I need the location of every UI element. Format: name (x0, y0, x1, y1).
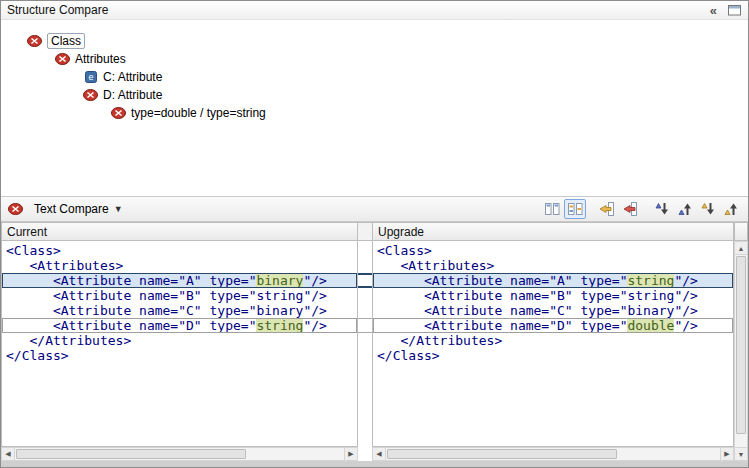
code-line[interactable]: <Attribute name="C" type="binary"/> (373, 303, 733, 318)
code-text: "/> (303, 318, 326, 333)
diff-connector (358, 318, 372, 333)
code-line[interactable]: </Attributes> (373, 333, 733, 348)
left-code-pane[interactable]: <Class> <Attributes> <Attribute name="A"… (1, 241, 358, 447)
structure-compare-header: Structure Compare « (1, 1, 748, 20)
two-way-compare-button[interactable] (541, 199, 563, 219)
left-pane-header: Current (1, 222, 358, 241)
code-line[interactable]: </Class> (373, 348, 733, 363)
code-line[interactable]: <Attribute name="C" type="binary"/> (2, 303, 357, 318)
code-text: </Class> (6, 348, 69, 363)
tree-item-label: C: Attribute (103, 70, 162, 84)
code-text: </Attributes> (6, 333, 131, 348)
scroll-up-icon[interactable]: ▲ (735, 242, 747, 255)
diff-icon (26, 35, 43, 47)
code-text: <Attribute name="D" type=" (6, 318, 256, 333)
attribute-icon: e (82, 71, 99, 83)
code-text: </Class> (377, 348, 440, 363)
text-compare-title[interactable]: Text Compare (34, 202, 109, 216)
left-horizontal-scrollbar[interactable]: ◀ ▶ (1, 447, 358, 461)
tree-item[interactable]: Attributes (1, 50, 748, 68)
vertical-scroll-thumb[interactable] (736, 256, 746, 434)
changed-value: string (627, 273, 674, 288)
right-pane-header: Upgrade (372, 222, 734, 241)
dropdown-caret-icon[interactable]: ▼ (114, 204, 123, 214)
scroll-down-icon[interactable]: ▼ (735, 447, 747, 460)
tree-item-label: Attributes (75, 52, 126, 66)
compare-toolbar (540, 199, 742, 219)
next-change-button[interactable] (697, 199, 719, 219)
code-line[interactable]: <Attributes> (2, 258, 357, 273)
diff-icon (82, 89, 99, 101)
code-text: <Attribute name="C" type="binary"/> (6, 303, 327, 318)
diff-icon (7, 203, 24, 215)
scroll-left-icon[interactable]: ◀ (373, 448, 386, 460)
previous-change-button[interactable] (720, 199, 742, 219)
previous-difference-icon (677, 201, 693, 217)
tree-item[interactable]: Class (1, 32, 748, 50)
code-text: <Class> (6, 243, 61, 258)
tree-item[interactable]: type=double / type=string (1, 104, 748, 122)
next-difference-button[interactable] (651, 199, 673, 219)
show-ancestor-pane-button[interactable] (564, 199, 586, 219)
tree-item[interactable]: D: Attribute (1, 86, 748, 104)
diff-icon (54, 53, 71, 65)
diff-line[interactable]: <Attribute name="D" type="double"/> (373, 318, 733, 333)
code-text: <Attribute name="B" type="string"/> (6, 288, 327, 303)
window-bottom-edge (1, 461, 748, 467)
diff-connectors (358, 241, 372, 447)
maximize-icon (727, 3, 742, 17)
next-change-icon (700, 201, 716, 217)
code-line[interactable]: <Attribute name="B" type="string"/> (373, 288, 733, 303)
copy-current-right-to-left-button[interactable] (619, 199, 641, 219)
code-line[interactable]: <Class> (373, 243, 733, 258)
two-way-compare-icon (544, 201, 560, 217)
diff-connector-selected (358, 273, 372, 288)
code-text: <Attribute name="A" type=" (377, 273, 627, 288)
vertical-scrollbar[interactable]: ▲ ▼ (734, 241, 748, 461)
show-ancestor-pane-icon (567, 201, 583, 217)
selected-diff-line[interactable]: <Attribute name="A" type="string"/> (373, 273, 733, 288)
code-text: "/> (674, 273, 697, 288)
previous-difference-button[interactable] (674, 199, 696, 219)
collapse-chevrons-icon[interactable]: « (710, 4, 717, 17)
maximize-pane-button[interactable] (727, 3, 742, 17)
changed-value: binary (256, 273, 303, 288)
structure-tree: ClassAttributeseC: AttributeD: Attribute… (1, 20, 748, 196)
right-code-pane[interactable]: <Class> <Attributes> <Attribute name="A"… (372, 241, 734, 447)
text-compare-header: Text Compare ▼ (1, 196, 748, 222)
svg-text:e: e (88, 72, 93, 82)
tree-item-label: Class (47, 33, 85, 49)
code-text: <Attributes> (377, 258, 494, 273)
next-difference-icon (654, 201, 670, 217)
left-horizontal-scroll-thumb[interactable] (16, 449, 246, 459)
code-text: <Class> (377, 243, 432, 258)
code-line[interactable]: <Class> (2, 243, 357, 258)
tree-item[interactable]: eC: Attribute (1, 68, 748, 86)
code-line[interactable]: <Attributes> (373, 258, 733, 273)
copy-current-right-to-left-icon (622, 201, 638, 217)
copy-all-right-to-left-icon (599, 201, 615, 217)
code-text: <Attributes> (6, 258, 123, 273)
copy-all-right-to-left-button[interactable] (596, 199, 618, 219)
tree-item-label: type=double / type=string (131, 106, 266, 120)
code-line[interactable]: </Attributes> (2, 333, 357, 348)
scroll-right-icon[interactable]: ▶ (344, 448, 357, 460)
previous-change-icon (723, 201, 739, 217)
right-horizontal-scrollbar[interactable]: ◀ ▶ (372, 447, 734, 461)
diff-icon (110, 107, 127, 119)
code-text: </Attributes> (377, 333, 502, 348)
compare-editor: Structure Compare « ClassAttributeseC: A… (0, 0, 749, 468)
selected-diff-line[interactable]: <Attribute name="A" type="binary"/> (2, 273, 357, 288)
scroll-left-icon[interactable]: ◀ (2, 448, 15, 460)
code-line[interactable]: <Attribute name="B" type="string"/> (2, 288, 357, 303)
code-text: <Attribute name="D" type=" (377, 318, 627, 333)
right-horizontal-scroll-thumb[interactable] (387, 449, 617, 459)
code-text: <Attribute name="A" type=" (6, 273, 256, 288)
scroll-right-icon[interactable]: ▶ (720, 448, 733, 460)
tree-item-label: D: Attribute (103, 88, 162, 102)
diff-line[interactable]: <Attribute name="D" type="string"/> (2, 318, 357, 333)
code-line[interactable]: </Class> (2, 348, 357, 363)
header-filler (734, 222, 748, 241)
code-text: <Attribute name="C" type="binary"/> (377, 303, 698, 318)
code-text: "/> (303, 273, 326, 288)
